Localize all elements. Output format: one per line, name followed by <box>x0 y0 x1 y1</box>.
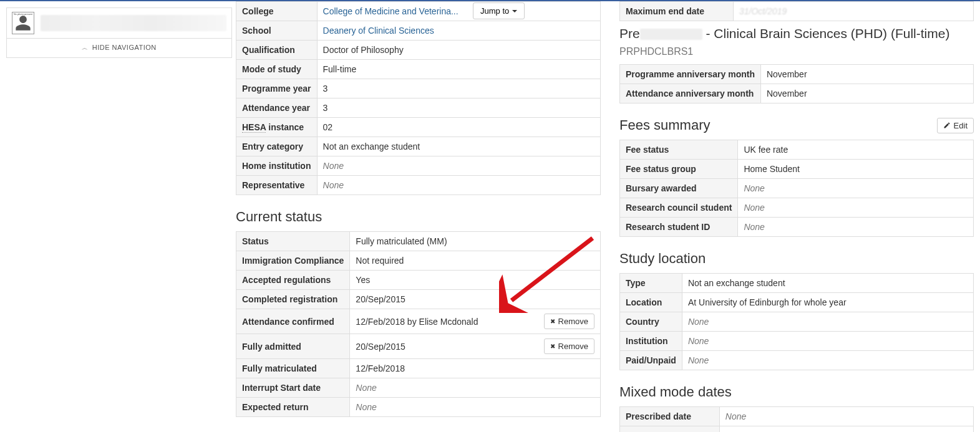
field-value: Not required <box>350 251 601 271</box>
sidebar: No photo present ︿HIDE NAVIGATION <box>0 1 236 432</box>
field-label: Programme anniversary month <box>620 64 761 84</box>
mixed-mode-table: Prescribed dateNoneMaximum end dateNoneD… <box>619 406 974 432</box>
field-label: Home institution <box>236 156 318 176</box>
field-label: Interrupt Start date <box>236 378 350 398</box>
field-value: Home Student <box>738 159 974 178</box>
field-value: None <box>738 217 974 236</box>
field-label: Prescribed date <box>620 406 720 426</box>
field-label: Completed registration <box>236 290 350 309</box>
mixed-mode-heading: Mixed mode dates <box>619 384 974 400</box>
field-value: 12/Feb/2018 by Elise Mcdonald✖Remove <box>350 309 601 334</box>
dates-table-partial: Maximum end date 31/Oct/2019 <box>619 1 974 21</box>
field-value: None <box>719 426 973 432</box>
field-value: None <box>682 312 973 331</box>
programme-title-redacted <box>640 29 702 40</box>
field-label: Fee status <box>620 140 738 159</box>
close-icon: ✖ <box>550 318 555 325</box>
field-value: None <box>738 178 974 198</box>
caret-down-icon <box>512 10 517 12</box>
field-label: Immigration Compliance <box>236 251 350 271</box>
field-value: None <box>682 331 973 350</box>
student-name-redacted <box>41 15 226 31</box>
programme-info-table: CollegeCollege of Medicine and Veterina.… <box>236 1 601 195</box>
remove-button[interactable]: ✖Remove <box>544 338 594 354</box>
field-label: Research council student <box>620 198 738 217</box>
profile-card: No photo present ︿HIDE NAVIGATION <box>6 7 232 58</box>
field-label: Institution <box>620 331 682 350</box>
field-value: UK fee rate <box>738 140 974 159</box>
field-label: Attendance year <box>236 98 318 118</box>
field-value: 20/Sep/2015 <box>350 290 601 309</box>
programme-code: PRPHDCLBRS1 <box>619 46 693 57</box>
field-label: College <box>236 2 318 21</box>
field-label: Representative <box>236 176 318 195</box>
field-value: Fully matriculated (MM) <box>350 232 601 251</box>
field-label: Bursary awarded <box>620 178 738 198</box>
field-value: Not an exchange student <box>682 273 973 292</box>
field-label: Maximum end date <box>620 426 720 432</box>
field-label: Type <box>620 273 682 292</box>
field-label: Entry category <box>236 137 318 156</box>
field-value: None <box>738 198 974 217</box>
field-value: 3 <box>317 79 600 98</box>
field-value: College of Medicine and Veterina... <box>317 2 600 21</box>
hide-navigation-button[interactable]: ︿HIDE NAVIGATION <box>7 38 231 57</box>
field-label: Country <box>620 312 682 331</box>
field-value: 3 <box>317 98 600 118</box>
jump-to-label: Jump to <box>480 6 509 16</box>
field-label: Location <box>620 292 682 312</box>
fees-summary-heading: Fees summary <box>619 117 710 133</box>
max-end-date-label: Maximum end date <box>620 2 734 21</box>
field-value: Doctor of Philosophy <box>317 41 600 60</box>
field-label: Status <box>236 232 350 251</box>
current-status-heading: Current status <box>236 209 601 225</box>
field-label: Qualification <box>236 41 318 60</box>
study-location-table: TypeNot an exchange studentLocationAt Un… <box>619 273 974 370</box>
field-value: At University of Edinburgh for whole yea… <box>682 292 973 312</box>
remove-button[interactable]: ✖Remove <box>544 314 594 329</box>
field-label: Expected return <box>236 398 350 417</box>
field-label: Mode of study <box>236 60 318 79</box>
field-label: Paid/Unpaid <box>620 350 682 370</box>
field-value: Yes <box>350 271 601 290</box>
field-label: Attendance confirmed <box>236 309 350 334</box>
field-label: HESA instance <box>236 118 318 137</box>
field-value: None <box>317 176 600 195</box>
edit-fees-button[interactable]: Edit <box>937 118 974 133</box>
field-value: November <box>760 84 973 103</box>
edit-button-label: Edit <box>954 121 968 130</box>
anniversary-table: Programme anniversary monthNovemberAtten… <box>619 64 974 103</box>
field-label: School <box>236 21 318 41</box>
field-value: Not an exchange student <box>317 137 600 156</box>
pencil-icon <box>943 122 951 129</box>
field-label: Research student ID <box>620 217 738 236</box>
close-icon: ✖ <box>550 343 555 350</box>
field-value: None <box>682 350 973 370</box>
person-icon <box>14 14 32 32</box>
field-value: None <box>317 156 600 176</box>
field-value: Deanery of Clinical Sciences <box>317 21 600 41</box>
field-label: Fee status group <box>620 159 738 178</box>
chevron-up-icon: ︿ <box>82 44 89 51</box>
field-value: 12/Feb/2018 <box>350 359 601 378</box>
field-label: Accepted regulations <box>236 271 350 290</box>
field-value: None <box>719 406 973 426</box>
field-label: Attendance anniversary month <box>620 84 761 103</box>
field-value: None <box>350 378 601 398</box>
field-label: Programme year <box>236 79 318 98</box>
field-value: Full-time <box>317 60 600 79</box>
avatar: No photo present <box>12 12 34 34</box>
hide-navigation-label: HIDE NAVIGATION <box>92 44 157 51</box>
field-value: 02 <box>317 118 600 137</box>
programme-title: Pre - Clinical Brain Sciences (PHD) (Ful… <box>619 25 974 59</box>
field-label: Fully admitted <box>236 334 350 359</box>
fees-table: Fee statusUK fee rateFee status groupHom… <box>619 140 974 237</box>
current-status-table: StatusFully matriculated (MM)Immigration… <box>236 231 601 417</box>
max-end-date-value-redacted: 31/Oct/2019 <box>739 6 787 16</box>
jump-to-button[interactable]: Jump to <box>473 2 525 19</box>
field-value: November <box>760 64 973 84</box>
field-value: None <box>350 398 601 417</box>
field-label: Fully matriculated <box>236 359 350 378</box>
study-location-heading: Study location <box>619 251 974 267</box>
field-value: 20/Sep/2015✖Remove <box>350 334 601 359</box>
